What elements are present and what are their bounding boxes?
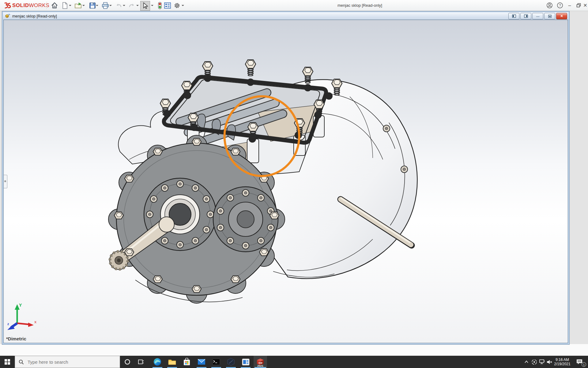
volume-muted-icon: [546, 359, 552, 365]
tray-meet-now[interactable]: [530, 356, 538, 368]
document-window-controls: — ✕: [508, 13, 567, 19]
windows-taskbar: SW 2021 9:16 AM 2/19/2021: [0, 356, 588, 368]
search-icon: [19, 359, 24, 365]
start-button[interactable]: [0, 356, 15, 368]
taskbar-app-news[interactable]: [239, 356, 252, 368]
open-dropdown-caret[interactable]: [81, 1, 85, 10]
graphics-viewport[interactable]: Y x z *Dimetric: [3, 20, 568, 343]
tray-time: 9:16 AM: [556, 358, 569, 362]
action-center-button[interactable]: 1: [573, 356, 586, 368]
document-restore-icon: [548, 15, 552, 18]
new-document-icon: [62, 2, 68, 9]
restore-icon: [576, 3, 581, 8]
task-view-icon: [138, 359, 144, 365]
display-pane-icon: [164, 2, 171, 9]
tray-show-hidden-icons[interactable]: [523, 356, 530, 368]
document-window: menjac sklop [Read-only] —: [2, 11, 570, 345]
taskbar-app-solidworks[interactable]: SW 2021: [254, 356, 267, 368]
toolbar-separator: [47, 2, 47, 9]
print-dropdown-caret[interactable]: [108, 1, 112, 10]
side-cover-flange: [213, 187, 278, 252]
search-input[interactable]: [27, 359, 114, 365]
redo-icon: [128, 2, 135, 9]
options-dropdown-caret[interactable]: [181, 1, 185, 10]
select-cursor-icon: [142, 2, 149, 10]
panel-drag-dot: [4, 180, 6, 182]
taskbar-app-mail[interactable]: [195, 356, 208, 368]
right-pane-icon: [524, 14, 528, 18]
tray-volume[interactable]: [546, 356, 553, 368]
solidworks-wordmark: SOLIDWORKS: [12, 2, 49, 9]
document-restore-button[interactable]: [544, 13, 555, 19]
document-title: menjac sklop [Read-only]: [12, 14, 57, 18]
desktop: { "window": { "title": "menjac sklop [Re…: [0, 0, 588, 368]
print-icon: [102, 2, 109, 9]
featuremanager-collapsed-tab[interactable]: [3, 175, 7, 188]
news-app-icon: [242, 358, 250, 366]
triad-y-label: Y: [19, 303, 22, 308]
notification-badge: 1: [582, 362, 586, 367]
taskbar-app-edge[interactable]: [151, 356, 164, 368]
tray-date: 2/19/2021: [554, 362, 570, 366]
gearbox-3d-model[interactable]: [4, 20, 568, 343]
home-button[interactable]: [50, 1, 59, 10]
toggle-right-pane-button[interactable]: [520, 13, 531, 19]
taskbar-app-file-explorer[interactable]: [165, 356, 179, 368]
meet-now-icon: [531, 359, 537, 365]
cortana-icon: [124, 359, 130, 365]
left-pane-icon: [512, 14, 516, 18]
view-orientation-label: *Dimetric: [6, 336, 26, 341]
select-tool-button[interactable]: [140, 1, 150, 11]
account-button[interactable]: [545, 0, 554, 11]
select-tool-dropdown-caret[interactable]: [150, 1, 154, 10]
gear-icon: [173, 2, 181, 9]
tray-network[interactable]: [538, 356, 546, 368]
app-titlebar: SOLIDWORKS: [0, 0, 588, 11]
task-view-button[interactable]: [135, 356, 146, 368]
reference-triad: Y x z: [7, 302, 37, 331]
command-prompt-icon: [212, 358, 220, 365]
svg-text:SW: SW: [258, 362, 262, 364]
save-dropdown-caret[interactable]: [95, 1, 99, 10]
toggle-left-pane-button[interactable]: [508, 13, 519, 19]
svg-text:?: ?: [559, 3, 561, 8]
undo-icon: [115, 2, 123, 9]
selection-filter-traffic-light-icon: [158, 2, 162, 9]
redo-button[interactable]: [127, 1, 136, 10]
document-minimize-button[interactable]: —: [532, 13, 543, 19]
document-close-button[interactable]: ✕: [556, 13, 567, 19]
assembly-document-icon: [5, 13, 10, 18]
taskbar-search[interactable]: [15, 356, 120, 368]
network-ethernet-icon: [539, 359, 545, 365]
triad-z-label: z: [7, 322, 9, 326]
tray-clock[interactable]: 9:16 AM 2/19/2021: [553, 356, 571, 368]
user-account-icon: [546, 2, 553, 9]
triad-x-arrow: [28, 323, 34, 327]
solidworks-logo-icon: [4, 2, 11, 9]
options-button[interactable]: [172, 1, 182, 10]
taskbar-app-hexagon[interactable]: [224, 356, 238, 368]
close-button[interactable]: ✕: [582, 0, 588, 11]
splined-shaft-end: [110, 251, 128, 270]
status-area: [0, 344, 588, 356]
redo-dropdown-caret[interactable]: [135, 1, 139, 10]
windows-logo-icon: [5, 359, 10, 365]
home-icon: [51, 2, 58, 9]
taskbar-app-store[interactable]: [180, 356, 194, 368]
help-icon: ?: [557, 2, 563, 9]
solidworks-logo[interactable]: SOLIDWORKS: [4, 2, 55, 9]
edge-icon: [153, 358, 161, 366]
mdi-background: [569, 11, 588, 344]
window-title: menjac sklop [Read-only]: [190, 0, 530, 11]
undo-dropdown-caret[interactable]: [122, 1, 126, 10]
mail-icon: [198, 359, 205, 365]
taskbar-app-command-prompt[interactable]: [209, 356, 223, 368]
store-icon: [183, 358, 190, 366]
chevron-up-icon: [524, 360, 529, 363]
cortana-button[interactable]: [122, 356, 133, 368]
new-document-dropdown-caret[interactable]: [68, 1, 72, 10]
display-pane-button[interactable]: [163, 1, 172, 10]
document-titlebar[interactable]: menjac sklop [Read-only] —: [3, 12, 568, 20]
minimize-button[interactable]: –: [565, 0, 575, 11]
help-button[interactable]: ?: [555, 0, 565, 11]
